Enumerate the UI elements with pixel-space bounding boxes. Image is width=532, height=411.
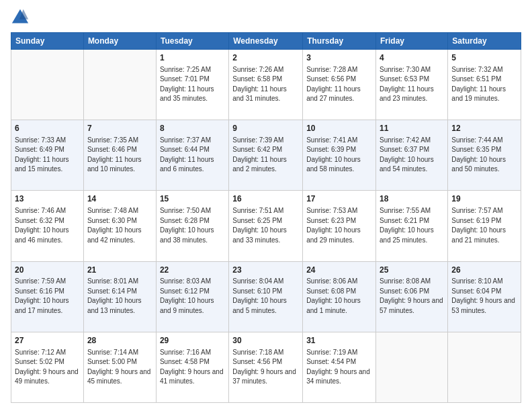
day-number: 6 [15, 123, 80, 134]
day-cell: 1Sunrise: 7:25 AMSunset: 7:01 PMDaylight… [156, 50, 228, 120]
day-number: 23 [232, 265, 299, 276]
day-cell: 14Sunrise: 7:48 AMSunset: 6:30 PMDayligh… [83, 191, 156, 261]
day-number: 10 [306, 123, 372, 134]
day-info: Sunrise: 7:18 AMSunset: 4:56 PMDaylight:… [232, 348, 299, 387]
day-cell: 28Sunrise: 7:14 AMSunset: 5:00 PMDayligh… [83, 332, 156, 402]
day-number: 1 [160, 52, 225, 64]
day-info: Sunrise: 7:46 AMSunset: 6:32 PMDaylight:… [15, 206, 80, 245]
day-cell: 25Sunrise: 8:08 AMSunset: 6:06 PMDayligh… [376, 261, 448, 332]
day-number: 28 [87, 335, 152, 347]
day-cell: 29Sunrise: 7:16 AMSunset: 4:58 PMDayligh… [156, 332, 228, 402]
day-info: Sunrise: 7:32 AMSunset: 6:51 PMDaylight:… [451, 65, 517, 104]
day-info: Sunrise: 7:42 AMSunset: 6:37 PMDaylight:… [380, 136, 444, 175]
day-cell: 20Sunrise: 7:59 AMSunset: 6:16 PMDayligh… [11, 261, 84, 332]
day-cell: 2Sunrise: 7:26 AMSunset: 6:58 PMDaylight… [229, 50, 303, 120]
day-info: Sunrise: 7:57 AMSunset: 6:19 PMDaylight:… [451, 206, 517, 245]
day-info: Sunrise: 7:19 AMSunset: 4:54 PMDaylight:… [306, 348, 372, 387]
day-info: Sunrise: 7:28 AMSunset: 6:56 PMDaylight:… [306, 65, 372, 104]
day-cell: 10Sunrise: 7:41 AMSunset: 6:39 PMDayligh… [303, 120, 376, 191]
week-row-0: 1Sunrise: 7:25 AMSunset: 7:01 PMDaylight… [11, 50, 521, 120]
day-cell: 21Sunrise: 8:01 AMSunset: 6:14 PMDayligh… [83, 261, 156, 332]
col-header-tuesday: Tuesday [156, 33, 228, 50]
day-info: Sunrise: 7:37 AMSunset: 6:44 PMDaylight:… [160, 136, 225, 175]
day-cell: 19Sunrise: 7:57 AMSunset: 6:19 PMDayligh… [448, 191, 521, 261]
col-header-thursday: Thursday [303, 33, 376, 50]
day-info: Sunrise: 7:51 AMSunset: 6:25 PMDaylight:… [232, 206, 299, 245]
day-info: Sunrise: 8:06 AMSunset: 6:08 PMDaylight:… [306, 277, 372, 316]
day-cell [448, 332, 521, 402]
day-info: Sunrise: 7:50 AMSunset: 6:28 PMDaylight:… [160, 206, 225, 245]
day-cell: 31Sunrise: 7:19 AMSunset: 4:54 PMDayligh… [303, 332, 376, 402]
day-number: 14 [87, 193, 152, 205]
day-info: Sunrise: 7:14 AMSunset: 5:00 PMDaylight:… [87, 348, 152, 387]
week-row-1: 6Sunrise: 7:33 AMSunset: 6:49 PMDaylight… [11, 120, 521, 191]
day-cell: 30Sunrise: 7:18 AMSunset: 4:56 PMDayligh… [229, 332, 303, 402]
day-number: 9 [232, 123, 299, 134]
day-cell: 5Sunrise: 7:32 AMSunset: 6:51 PMDaylight… [448, 50, 521, 120]
day-cell: 9Sunrise: 7:39 AMSunset: 6:42 PMDaylight… [229, 120, 303, 191]
header [11, 8, 521, 27]
day-cell: 18Sunrise: 7:55 AMSunset: 6:21 PMDayligh… [376, 191, 448, 261]
day-cell: 23Sunrise: 8:04 AMSunset: 6:10 PMDayligh… [229, 261, 303, 332]
day-cell: 15Sunrise: 7:50 AMSunset: 6:28 PMDayligh… [156, 191, 228, 261]
day-number: 19 [451, 193, 517, 205]
day-number: 7 [87, 123, 152, 134]
day-number: 20 [15, 265, 80, 276]
day-number: 24 [306, 265, 372, 276]
day-cell: 17Sunrise: 7:53 AMSunset: 6:23 PMDayligh… [303, 191, 376, 261]
col-header-sunday: Sunday [11, 33, 84, 50]
day-cell: 6Sunrise: 7:33 AMSunset: 6:49 PMDaylight… [11, 120, 84, 191]
day-number: 18 [380, 193, 444, 205]
col-header-monday: Monday [83, 33, 156, 50]
week-row-3: 20Sunrise: 7:59 AMSunset: 6:16 PMDayligh… [11, 261, 521, 332]
day-info: Sunrise: 7:26 AMSunset: 6:58 PMDaylight:… [232, 65, 299, 104]
day-info: Sunrise: 7:30 AMSunset: 6:53 PMDaylight:… [380, 65, 444, 104]
day-number: 21 [87, 265, 152, 276]
day-number: 27 [15, 335, 80, 347]
day-number: 29 [160, 335, 225, 347]
day-number: 25 [380, 265, 444, 276]
week-row-4: 27Sunrise: 7:12 AMSunset: 5:02 PMDayligh… [11, 332, 521, 402]
day-cell: 13Sunrise: 7:46 AMSunset: 6:32 PMDayligh… [11, 191, 84, 261]
day-number: 3 [306, 52, 372, 64]
day-cell [376, 332, 448, 402]
day-cell: 4Sunrise: 7:30 AMSunset: 6:53 PMDaylight… [376, 50, 448, 120]
day-info: Sunrise: 8:01 AMSunset: 6:14 PMDaylight:… [87, 277, 152, 316]
col-header-wednesday: Wednesday [229, 33, 303, 50]
day-cell [11, 50, 84, 120]
day-info: Sunrise: 7:53 AMSunset: 6:23 PMDaylight:… [306, 206, 372, 245]
logo [11, 8, 32, 27]
day-number: 22 [160, 265, 225, 276]
day-info: Sunrise: 8:04 AMSunset: 6:10 PMDaylight:… [232, 277, 299, 316]
day-cell: 12Sunrise: 7:44 AMSunset: 6:35 PMDayligh… [448, 120, 521, 191]
day-cell: 22Sunrise: 8:03 AMSunset: 6:12 PMDayligh… [156, 261, 228, 332]
col-header-saturday: Saturday [448, 33, 521, 50]
day-cell: 27Sunrise: 7:12 AMSunset: 5:02 PMDayligh… [11, 332, 84, 402]
day-cell: 11Sunrise: 7:42 AMSunset: 6:37 PMDayligh… [376, 120, 448, 191]
day-info: Sunrise: 7:39 AMSunset: 6:42 PMDaylight:… [232, 136, 299, 175]
day-number: 16 [232, 193, 299, 205]
day-info: Sunrise: 7:59 AMSunset: 6:16 PMDaylight:… [15, 277, 80, 316]
calendar-table: SundayMondayTuesdayWednesdayThursdayFrid… [11, 32, 521, 403]
day-number: 4 [380, 52, 444, 64]
day-info: Sunrise: 7:41 AMSunset: 6:39 PMDaylight:… [306, 136, 372, 175]
day-info: Sunrise: 7:25 AMSunset: 7:01 PMDaylight:… [160, 65, 225, 104]
day-cell: 16Sunrise: 7:51 AMSunset: 6:25 PMDayligh… [229, 191, 303, 261]
day-info: Sunrise: 8:03 AMSunset: 6:12 PMDaylight:… [160, 277, 225, 316]
day-info: Sunrise: 7:55 AMSunset: 6:21 PMDaylight:… [380, 206, 444, 245]
logo-icon [11, 8, 30, 27]
day-number: 31 [306, 335, 372, 347]
day-number: 8 [160, 123, 225, 134]
day-number: 12 [451, 123, 517, 134]
page: SundayMondayTuesdayWednesdayThursdayFrid… [0, 0, 532, 411]
day-info: Sunrise: 7:33 AMSunset: 6:49 PMDaylight:… [15, 136, 80, 175]
day-info: Sunrise: 7:44 AMSunset: 6:35 PMDaylight:… [451, 136, 517, 175]
calendar-header-row: SundayMondayTuesdayWednesdayThursdayFrid… [11, 33, 521, 50]
day-number: 13 [15, 193, 80, 205]
day-cell: 3Sunrise: 7:28 AMSunset: 6:56 PMDaylight… [303, 50, 376, 120]
day-number: 26 [451, 265, 517, 276]
day-info: Sunrise: 7:35 AMSunset: 6:46 PMDaylight:… [87, 136, 152, 175]
day-cell [83, 50, 156, 120]
day-info: Sunrise: 7:16 AMSunset: 4:58 PMDaylight:… [160, 348, 225, 387]
week-row-2: 13Sunrise: 7:46 AMSunset: 6:32 PMDayligh… [11, 191, 521, 261]
